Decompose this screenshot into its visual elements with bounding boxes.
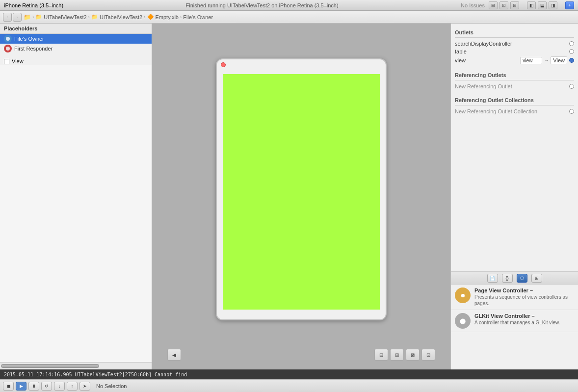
align-btn-3[interactable]: ⊠ xyxy=(406,349,420,361)
main-content: Placeholders File's Owner First Responde… xyxy=(0,24,578,369)
lib-title-1: GLKit View Controller – xyxy=(474,313,574,319)
outlet-row-table: table xyxy=(455,48,574,55)
outlet-connected-view: → View xyxy=(520,56,574,64)
center-canvas: ◀ ⊟ ⊞ ⊠ ⊡ xyxy=(152,24,450,369)
svg-point-0 xyxy=(6,37,10,41)
files-owner-icon xyxy=(4,35,12,43)
debug-step-into[interactable]: ↑ xyxy=(67,382,78,391)
align-btn-1[interactable]: ⊟ xyxy=(374,349,388,361)
svg-point-1 xyxy=(6,47,10,51)
view-toggle-2[interactable]: ⊡ xyxy=(499,1,508,9)
outlet-row-new-collection: New Referencing Outlet Collection xyxy=(455,107,574,115)
back-arrow-btn[interactable]: ◀ xyxy=(167,349,181,361)
lib-tab-code[interactable]: {} xyxy=(502,274,513,283)
phone-frame xyxy=(216,58,387,320)
bc-sep-1: › xyxy=(32,14,34,20)
library-toolbar: 📄 {} ⬡ ⊞ xyxy=(451,272,578,285)
left-panel-empty xyxy=(0,65,152,362)
outlet-row-view: view → View xyxy=(455,55,574,65)
view-toggle-3[interactable]: ⊟ xyxy=(510,1,519,9)
outlet-label-search: searchDisplayController xyxy=(455,41,512,47)
device-label: iPhone Retina (3.5–inch) xyxy=(4,2,63,8)
breadcrumb: 📁 › 📁 UITabelViewTest2 › 📁 UITabelViewTe… xyxy=(24,14,213,21)
align-btn-4[interactable]: ⊡ xyxy=(421,349,435,361)
view-checkbox[interactable] xyxy=(4,59,9,64)
issues-label: No Issues xyxy=(461,2,485,8)
top-bar-icons: ⊞ ⊡ ⊟ ◧ ⬓ ◨ + xyxy=(489,1,574,9)
tree-item-first-responder[interactable]: First Responder xyxy=(0,44,152,53)
outlet-view-input[interactable] xyxy=(520,57,542,64)
first-responder-icon xyxy=(4,45,12,52)
toolbar-left: ◀ xyxy=(167,349,182,361)
outlet-circle-table[interactable] xyxy=(569,49,574,54)
outlets-panel: Outlets searchDisplayController table vi… xyxy=(451,24,578,271)
outlet-row-new-ref: New Referencing Outlet xyxy=(455,82,574,90)
ref-outlets-title: Referencing Outlets xyxy=(455,70,574,80)
lib-tab-grid[interactable]: ⊞ xyxy=(531,274,542,283)
bc-item-2[interactable]: 📁 UITabelViewTest2 xyxy=(91,14,142,20)
panel-toggle-left[interactable]: ◧ xyxy=(527,1,536,9)
lib-desc-1: A controller that manages a GLKit view. xyxy=(474,319,574,326)
lib-tab-file[interactable]: 📄 xyxy=(487,274,498,283)
outlet-circle-search[interactable] xyxy=(569,41,574,46)
debug-bar: ◼ ▶ ⏸ ↺ ↓ ↑ ➤ No Selection xyxy=(0,379,578,392)
panel-toggle-bottom[interactable]: ⬓ xyxy=(538,1,547,9)
bc-label-1: UITabelViewTest2 xyxy=(44,14,86,20)
debug-step-out[interactable]: ➤ xyxy=(79,382,90,391)
tree-item-files-owner[interactable]: File's Owner xyxy=(0,34,152,44)
lib-icon-glkit: ⬤ xyxy=(455,313,471,329)
debug-stop[interactable]: ◼ xyxy=(3,382,14,391)
lib-text-glkit: GLKit View Controller – A controller tha… xyxy=(474,313,574,326)
lib-desc-0: Presents a sequence of view controllers … xyxy=(474,294,574,307)
outlet-view-target: View xyxy=(551,56,567,64)
debug-run[interactable]: ▶ xyxy=(16,382,26,391)
outlet-row-search: searchDisplayController xyxy=(455,40,574,48)
scrollbar-thumb[interactable] xyxy=(1,364,99,368)
panel-toggle-right[interactable]: ◨ xyxy=(549,1,557,9)
bc-sep-4: › xyxy=(180,14,182,20)
library-item-0[interactable]: ⏺ Page View Controller – Presents a sequ… xyxy=(451,285,578,310)
outlet-circle-view[interactable] xyxy=(569,58,574,63)
first-responder-label: First Responder xyxy=(14,46,53,52)
tree-item-view[interactable]: View xyxy=(0,57,152,65)
top-bar-status: Finished running UITabelViewTest2 on iPh… xyxy=(67,2,457,8)
debug-step-over[interactable]: ↓ xyxy=(54,382,65,391)
phone-screen xyxy=(223,74,380,310)
bc-sep-2: › xyxy=(88,14,90,20)
debug-restart[interactable]: ↺ xyxy=(41,382,52,391)
lib-text-page-view: Page View Controller – Presents a sequen… xyxy=(474,287,574,307)
lib-icon-page-view: ⏺ xyxy=(455,287,471,303)
debug-pause[interactable]: ⏸ xyxy=(28,382,39,391)
library-item-1[interactable]: ⬤ GLKit View Controller – A controller t… xyxy=(451,310,578,332)
outlets-title: Outlets xyxy=(455,27,574,38)
bc-item-3[interactable]: 🔶 Empty.xib xyxy=(147,14,179,20)
files-owner-label: File's Owner xyxy=(14,36,44,42)
bc-label-2: UITabelViewTest2 xyxy=(100,14,142,20)
close-button[interactable] xyxy=(221,62,226,67)
align-btn-2[interactable]: ⊞ xyxy=(390,349,404,361)
library-panel: 📄 {} ⬡ ⊞ ⏺ Page View Controller – Presen… xyxy=(451,271,578,369)
debug-status-label: No Selection xyxy=(96,383,127,389)
new-collection-label: New Referencing Outlet Collection xyxy=(455,108,537,114)
nav-back[interactable]: ‹ xyxy=(3,13,12,22)
lib-tab-cube[interactable]: ⬡ xyxy=(517,274,527,283)
bc-item-1[interactable]: 📁 UITabelViewTest2 xyxy=(35,14,86,20)
right-panel: Outlets searchDisplayController table vi… xyxy=(450,24,578,369)
view-toggle-1[interactable]: ⊞ xyxy=(489,1,498,9)
left-scrollbar[interactable] xyxy=(0,362,152,369)
outlet-circle-new-collection[interactable] xyxy=(569,109,574,114)
bc-sep-3: › xyxy=(144,14,145,20)
lib-title-0: Page View Controller – xyxy=(474,287,574,293)
ref-collections-title: Referencing Outlet Collections xyxy=(455,95,574,105)
bc-item-4[interactable]: File's Owner xyxy=(183,14,213,20)
nav-forward[interactable]: › xyxy=(13,13,22,22)
bc-label-4: File's Owner xyxy=(183,14,213,20)
add-button[interactable]: + xyxy=(565,1,574,9)
outlet-label-view: view xyxy=(455,57,466,63)
left-panel: Placeholders File's Owner First Responde… xyxy=(0,24,152,369)
outlet-arrow: → xyxy=(544,58,549,63)
nav-bar: ‹ › 📁 › 📁 UITabelViewTest2 › 📁 UITabelVi… xyxy=(0,11,578,24)
tree-spacer xyxy=(0,53,152,57)
placeholders-header: Placeholders xyxy=(0,24,152,34)
outlet-circle-new-ref[interactable] xyxy=(569,84,574,89)
